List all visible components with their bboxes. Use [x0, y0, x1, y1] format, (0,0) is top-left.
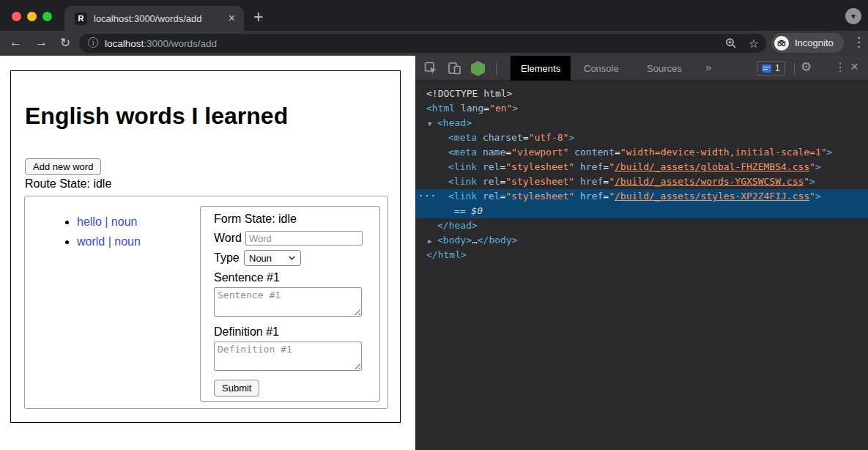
zoom-magnifier-icon[interactable]: [725, 37, 737, 49]
code-line[interactable]: </head>: [415, 218, 868, 233]
code-token: /build/_assets/global-FHZEMBS4.css: [615, 161, 809, 172]
code-token: ": [804, 176, 809, 187]
code-token: [574, 161, 580, 172]
traffic-light-minimize-button[interactable]: [27, 12, 37, 21]
incognito-badge[interactable]: Incognito: [771, 33, 844, 53]
expand-arrow-icon[interactable]: ▼: [428, 117, 437, 131]
tab-console[interactable]: Console: [579, 56, 623, 81]
definition-label: Definition #1: [214, 325, 279, 339]
form-state-text: Form State: idle: [214, 213, 297, 226]
code-token: "en": [489, 103, 512, 114]
code-token: [477, 176, 483, 187]
code-token: =: [603, 176, 609, 187]
code-token: <head>: [437, 117, 472, 128]
code-line[interactable]: ...<link rel="stylesheet" href="/build/_…: [415, 189, 868, 204]
device-toolbar-icon[interactable]: [448, 62, 461, 75]
code-token: content: [574, 147, 615, 158]
browser-toolbar: ← → ↻ ⓘ localhost :3000/words/add ☆ Inco…: [0, 31, 868, 56]
code-token: <link: [448, 176, 477, 187]
page-info-icon[interactable]: ⓘ: [88, 37, 98, 50]
code-token: >: [809, 176, 815, 187]
submit-button[interactable]: Submit: [214, 380, 259, 396]
words-list: hello | noun world | noun: [51, 215, 141, 255]
code-line[interactable]: <html lang="en">: [415, 101, 868, 116]
code-token: ": [809, 191, 815, 202]
code-token: <meta: [448, 132, 477, 143]
definition-textarea[interactable]: [214, 342, 362, 371]
chevron-down-icon: [289, 256, 295, 260]
code-line[interactable]: <meta charset="utf-8">: [415, 130, 868, 145]
code-line[interactable]: ▼<head>: [415, 116, 868, 130]
remix-favicon-icon: R: [75, 12, 87, 25]
code-line[interactable]: <link rel="stylesheet" href="/build/_ass…: [415, 160, 868, 174]
browser-chrome: R localhost:3000/words/add × + ▾ ← → ↻ ⓘ…: [0, 0, 868, 56]
code-token: <body>: [437, 235, 472, 246]
route-state-text: Route State: idle: [25, 177, 111, 191]
devtools-close-icon[interactable]: ×: [850, 59, 858, 75]
code-token: <link: [448, 191, 477, 202]
code-token: </html>: [426, 249, 467, 260]
inspect-element-icon[interactable]: [424, 62, 438, 75]
incognito-label: Incognito: [795, 37, 834, 48]
sentence-textarea[interactable]: [214, 287, 362, 317]
code-line[interactable]: == $0: [415, 204, 868, 218]
issues-badge[interactable]: 1: [757, 61, 785, 75]
bookmark-star-icon[interactable]: ☆: [749, 37, 759, 51]
code-token: =: [505, 147, 511, 158]
code-line[interactable]: <meta name="viewport" content="width=dev…: [415, 145, 868, 160]
devtools-menu-dots-icon[interactable]: ⋮: [834, 60, 846, 74]
devtools-panel: Elements Console Sources » 1 ⚙ ⋮ × <!DOC…: [415, 56, 868, 450]
word-link[interactable]: hello | noun: [77, 215, 137, 228]
tab-title: localhost:3000/words/add: [94, 13, 227, 24]
type-select-value: Noun: [249, 253, 272, 264]
reload-button[interactable]: ↻: [60, 35, 70, 51]
code-line[interactable]: </html>: [415, 248, 868, 262]
code-token: "utf-8": [529, 132, 569, 143]
code-line[interactable]: <!DOCTYPE html>: [415, 86, 868, 101]
expand-arrow-icon[interactable]: ▶: [428, 234, 437, 248]
word-link[interactable]: world | noun: [77, 235, 141, 248]
web-page: English words I learned Add new word Rou…: [0, 56, 415, 450]
issues-count: 1: [775, 63, 780, 73]
traffic-light-zoom-button[interactable]: [42, 12, 52, 21]
type-select[interactable]: Noun: [244, 250, 301, 266]
more-actions-icon[interactable]: ...: [418, 186, 437, 201]
code-token: /build/_assets/styles-XP2Z4FIJ.css: [615, 191, 809, 202]
traffic-light-close-button[interactable]: [12, 12, 21, 21]
node-hexagon-icon: [471, 61, 485, 76]
add-new-word-button[interactable]: Add new word: [25, 158, 101, 175]
code-token: "width=device-width,initial-scale=1": [620, 147, 827, 158]
add-word-form: Form State: idle Word Type Noun Sentence…: [200, 206, 380, 402]
code-line[interactable]: <link rel="stylesheet" href="/build/_ass…: [415, 174, 868, 189]
browser-tab[interactable]: R localhost:3000/words/add ×: [64, 6, 244, 31]
code-token: =: [483, 103, 489, 114]
browser-menu-dots-icon[interactable]: ⋮: [853, 34, 865, 50]
code-token: /build/_assets/words-YGXSWCSW.css: [615, 176, 804, 187]
settings-gear-icon[interactable]: ⚙: [801, 59, 812, 75]
type-label: Type: [214, 251, 240, 265]
code-token: >: [827, 147, 833, 158]
back-button[interactable]: ←: [10, 35, 22, 50]
forward-button[interactable]: →: [35, 35, 48, 50]
word-input[interactable]: [245, 231, 363, 246]
more-tabs-icon[interactable]: »: [705, 61, 711, 73]
window-chevron-down-icon[interactable]: ▾: [845, 8, 861, 24]
code-token: lang: [461, 103, 483, 114]
code-token: <link: [448, 161, 477, 172]
code-token: [477, 161, 483, 172]
code-token: [455, 103, 461, 114]
new-tab-button[interactable]: +: [253, 7, 263, 27]
code-token: "stylesheet": [505, 191, 574, 202]
code-token: …: [472, 235, 478, 246]
tab-sources[interactable]: Sources: [642, 56, 686, 81]
code-line[interactable]: ▶<body>…</body>: [415, 233, 868, 248]
code-token: "stylesheet": [505, 176, 574, 187]
code-token: =: [603, 161, 609, 172]
url-bar[interactable]: ⓘ localhost :3000/words/add ☆: [79, 34, 766, 53]
node-devtools-icon[interactable]: [471, 61, 485, 76]
tab-elements[interactable]: Elements: [511, 56, 571, 81]
code-token: =: [615, 147, 620, 158]
tab-close-icon[interactable]: ×: [227, 12, 237, 24]
incognito-icon: [774, 36, 789, 51]
code-token: href: [580, 191, 603, 202]
